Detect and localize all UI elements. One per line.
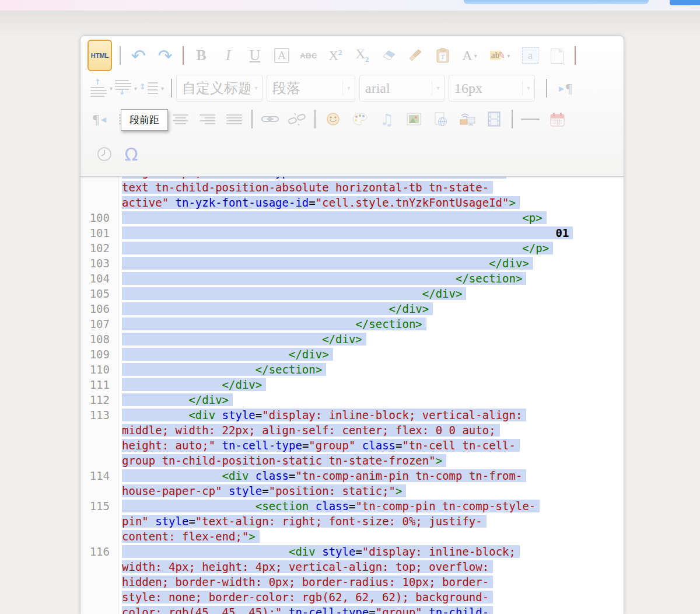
code-line[interactable]: width: 4px; height: 4px; vertical-align:… (80, 559, 624, 574)
paragraph-space-before-button[interactable]: ↑ ▾ (89, 76, 113, 100)
selected-code-text: height: auto;" tn-cell-type="group" clas… (122, 439, 520, 452)
code-line[interactable]: text tn-child-position-absolute horizont… (80, 180, 624, 195)
format-eraser-button[interactable] (376, 44, 402, 67)
horizontal-rule-button[interactable] (517, 107, 544, 131)
select-all-button[interactable]: a (517, 44, 544, 67)
code-line[interactable]: 110 </section> (80, 362, 624, 377)
italic-button[interactable]: I (215, 44, 242, 67)
insert-date-button[interactable] (544, 107, 570, 131)
html-source-label: HTML (91, 52, 109, 59)
text-direction-rtl-button[interactable]: ¶◄ (88, 107, 113, 131)
code-line[interactable]: group tn-child-position-static tn-state-… (80, 453, 624, 468)
font-color-button[interactable]: A▾ (456, 44, 483, 67)
undo-button[interactable]: ↶ (125, 44, 152, 67)
screen-capture-button[interactable] (454, 107, 481, 131)
undo-icon: ↶ (131, 46, 145, 66)
insert-video-button[interactable] (481, 107, 508, 131)
strikethrough-icon: ABC (300, 51, 317, 60)
strikethrough-button[interactable]: ABC (295, 44, 322, 67)
html-source-button[interactable]: HTML (88, 40, 112, 71)
clipboard-text-icon: T (436, 48, 450, 63)
triangle-right-icon: ► (557, 83, 566, 93)
code-line[interactable]: active" tn-yzk-font-usage-id="cell.style… (80, 195, 624, 210)
code-line[interactable]: color: rgb(45, 45, 45);" tn-cell-type="g… (80, 605, 624, 614)
code-line[interactable]: 107 </section> (80, 316, 624, 332)
source-code-area[interactable]: margin: 0px;" tn-cell-type="text" class=… (80, 176, 624, 614)
emoji-button[interactable] (320, 107, 346, 131)
code-line[interactable]: 113 <div style="display: inline-block; v… (80, 407, 624, 423)
custom-heading-select[interactable]: 自定义标题▾ (176, 75, 262, 102)
code-rows: margin: 0px;" tn-cell-type="text" class=… (80, 176, 624, 614)
select-all-icon: a (522, 47, 538, 64)
code-line[interactable]: content: flex-end;"> (80, 529, 624, 544)
divider (512, 110, 513, 128)
line-height-button[interactable]: ↕ ▾ (138, 76, 167, 100)
code-line[interactable]: 108 </div> (80, 332, 624, 347)
insert-link-button[interactable] (257, 107, 284, 131)
code-line[interactable]: 103 </div> (80, 256, 624, 271)
code-line[interactable]: house-paper-cp" style="position: static;… (80, 483, 624, 498)
paragraph-space-after-button[interactable]: ↓ ▾ (113, 76, 138, 100)
browser-search-bar-partial[interactable] (464, 0, 649, 4)
boxed-a-icon: A (274, 48, 289, 63)
code-line[interactable]: 115 <section class="tn-comp-pin tn-comp-… (80, 498, 624, 514)
font-size-select[interactable]: 16px▾ (449, 75, 535, 102)
text-direction-ltr-button[interactable]: ►¶ (551, 76, 578, 100)
code-line[interactable]: pin" style="text-align: right; font-size… (80, 514, 624, 529)
align-right-icon (200, 113, 215, 125)
paint-format-button[interactable] (402, 44, 429, 67)
line-number: 106 (80, 301, 110, 316)
align-center-button[interactable] (167, 107, 194, 131)
triangle-left-icon: ◄ (99, 114, 108, 124)
code-line[interactable]: 106 </div> (80, 301, 624, 316)
superscript-button[interactable]: X2 (322, 44, 349, 67)
code-line[interactable]: middle; width: 22px; align-self: center;… (80, 423, 624, 438)
tooltip-text: 段前距 (130, 114, 159, 125)
align-justify-button[interactable] (220, 107, 247, 131)
code-line[interactable]: 114 <div class="tn-comp-anim-pin tn-comp… (80, 468, 624, 483)
highlight-color-button[interactable]: ab✎▾ (483, 44, 517, 67)
insert-music-button[interactable]: ♫ (373, 107, 400, 131)
underline-button[interactable]: U (242, 44, 268, 67)
paragraph-format-select[interactable]: 段落▾ (267, 75, 355, 102)
code-line[interactable]: 111 </div> (80, 377, 624, 392)
paste-text-button[interactable]: T (429, 44, 456, 67)
code-line[interactable]: 109 </div> (80, 347, 624, 362)
code-line[interactable]: style: none; border-color: rgb(62, 62, 6… (80, 589, 624, 605)
remove-link-button[interactable] (284, 107, 310, 131)
code-line[interactable]: 104 </section> (80, 271, 624, 286)
chevron-down-icon: ▾ (474, 53, 477, 59)
bold-button[interactable]: B (188, 44, 215, 67)
new-document-button[interactable] (544, 44, 570, 67)
code-line[interactable]: 102 </p> (80, 240, 624, 256)
autotypeset-button[interactable]: A (268, 44, 295, 67)
subscript-button[interactable]: X2 (349, 44, 376, 67)
divider (183, 46, 184, 65)
divider (120, 46, 121, 65)
insert-image-button[interactable] (400, 107, 427, 131)
selected-code-text: <div style="display: inline-block; (122, 545, 520, 558)
align-center-icon (173, 113, 188, 125)
chevron-down-icon: ▾ (134, 85, 137, 92)
code-line[interactable]: 101 01 (80, 225, 624, 240)
tooltip: 段前距 (121, 109, 168, 131)
font-family-select[interactable]: arial▾ (359, 75, 444, 102)
code-line[interactable]: 100 <p> (80, 210, 624, 225)
special-character-button[interactable]: Ω (118, 142, 145, 166)
browser-button-partial[interactable] (670, 0, 700, 5)
code-line[interactable]: 105 </div> (80, 286, 624, 301)
selected-code-text: width: 4px; height: 4px; vertical-align:… (122, 560, 493, 573)
align-right-button[interactable] (194, 107, 220, 131)
code-line[interactable]: hidden; border-width: 0px; border-radius… (80, 574, 624, 589)
space-before-icon: ↑ (89, 80, 108, 96)
insert-iframe-button[interactable] (427, 107, 454, 131)
code-line[interactable]: 112 </div> (80, 392, 624, 407)
redo-button[interactable]: ↷ (152, 44, 178, 67)
code-line[interactable]: height: auto;" tn-cell-type="group" clas… (80, 438, 624, 453)
code-line[interactable]: 116 <div style="display: inline-block; (80, 544, 624, 559)
background-color-button[interactable] (346, 107, 373, 131)
insert-time-button[interactable] (91, 142, 118, 166)
selected-code-text: middle; width: 22px; align-self: center;… (122, 424, 500, 437)
line-number: 116 (80, 544, 110, 559)
align-justify-icon (226, 113, 242, 125)
